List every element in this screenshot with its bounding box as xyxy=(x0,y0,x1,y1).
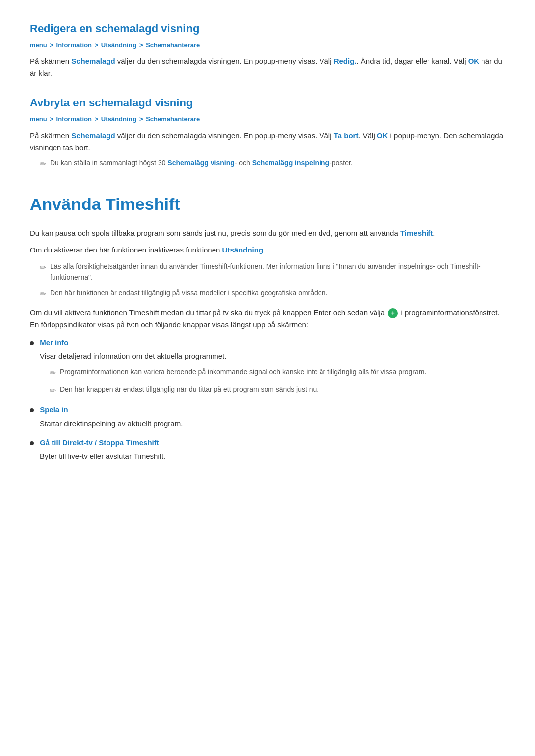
main-title: Använda Timeshift xyxy=(30,191,505,217)
bullet-item-merinfo: Mer info Visar detaljerad information om… xyxy=(30,337,505,397)
schemalagd-link2[interactable]: Schemalagd xyxy=(71,131,115,140)
timeshift-bullet-list: Mer info Visar detaljerad information om… xyxy=(30,337,505,462)
utsandning-link[interactable]: Utsändning xyxy=(222,246,264,254)
bullet-dot2 xyxy=(30,408,34,412)
schemainspelning-link[interactable]: Schemalägg inspelning xyxy=(252,159,329,167)
pencil-icon4: ✏ xyxy=(50,367,56,380)
pencil-icon5: ✏ xyxy=(50,384,56,397)
timeshift-link1[interactable]: Timeshift xyxy=(400,229,433,237)
bullet-title-merinfo: Mer info xyxy=(40,338,68,347)
bullet-desc-direkttv: Byter till live-tv eller avslutar Timesh… xyxy=(40,451,505,462)
info-button-icon: + xyxy=(388,308,398,318)
sep5: > xyxy=(95,115,100,123)
breadcrumb-menu[interactable]: menu xyxy=(30,41,47,49)
pencil-icon2: ✏ xyxy=(40,261,46,274)
bullet-title-direkttv: Gå till Direkt-tv / Stoppa Timeshift xyxy=(40,438,159,447)
section-avbryta: Avbryta en schemalagd visning menu > Inf… xyxy=(30,94,505,171)
timeshift-note2: ✏ Den här funktionen är endast tillgängl… xyxy=(40,287,505,301)
breadcrumb-schemahanterare1[interactable]: Schemahanterare xyxy=(146,41,200,49)
bullet-title-spelain: Spela in xyxy=(40,405,68,414)
bullet-desc-merinfo: Visar detaljerad information om det aktu… xyxy=(40,351,505,362)
schemavisning-link[interactable]: Schemalägg visning xyxy=(167,159,234,167)
breadcrumb-utsandning2[interactable]: Utsändning xyxy=(101,115,137,123)
sep6: > xyxy=(139,115,145,123)
sep2: > xyxy=(95,41,100,49)
tabort-link[interactable]: Ta bort xyxy=(334,131,359,140)
schemalagd-link1[interactable]: Schemalagd xyxy=(71,57,115,65)
breadcrumb-information1[interactable]: Information xyxy=(56,41,92,49)
ok-link2[interactable]: OK xyxy=(377,131,388,140)
section2-breadcrumb: menu > Information > Utsändning > Schema… xyxy=(30,114,505,125)
sep1: > xyxy=(50,41,55,49)
section1-title: Redigera en schemalagd visning xyxy=(30,20,505,37)
section2-title: Avbryta en schemalagd visning xyxy=(30,94,505,111)
breadcrumb-information2[interactable]: Information xyxy=(56,115,92,123)
ok-link1[interactable]: OK xyxy=(468,57,480,65)
intro2-paragraph: Om du aktiverar den här funktionen inakt… xyxy=(30,244,505,256)
section1-body: På skärmen Schemalagd väljer du den sche… xyxy=(30,55,505,79)
pencil-icon3: ✏ xyxy=(40,288,46,301)
intro1-paragraph: Du kan pausa och spola tillbaka program … xyxy=(30,227,505,239)
bullet-dot3 xyxy=(30,441,34,445)
section2-body: På skärmen Schemalagd väljer du den sche… xyxy=(30,130,505,153)
bullet-subnotes-merinfo: ✏ Programinformationen kan variera beroe… xyxy=(40,366,505,397)
pencil-icon1: ✏ xyxy=(40,158,46,171)
bullet-item-spelain: Spela in Startar direktinspelning av akt… xyxy=(30,404,505,430)
section2-note: ✏ Du kan ställa in sammanlagt högst 30 S… xyxy=(40,157,505,171)
section-redigera: Redigera en schemalagd visning menu > In… xyxy=(30,20,505,79)
enter-paragraph: Om du vill aktivera funktionen Timeshift… xyxy=(30,307,505,331)
sep3: > xyxy=(139,41,145,49)
merinfo-note1: ✏ Programinformationen kan variera beroe… xyxy=(50,366,505,380)
section1-breadcrumb: menu > Information > Utsändning > Schema… xyxy=(30,40,505,50)
breadcrumb-utsandning1[interactable]: Utsändning xyxy=(101,41,137,49)
section-timeshift: Använda Timeshift Du kan pausa och spola… xyxy=(30,191,505,462)
breadcrumb-menu2[interactable]: menu xyxy=(30,115,47,123)
redig-link[interactable]: Redig. xyxy=(334,57,357,65)
breadcrumb-schemahanterare2[interactable]: Schemahanterare xyxy=(146,115,200,123)
timeshift-note1: ✏ Läs alla försiktighetsåtgärder innan d… xyxy=(40,261,505,283)
bullet-desc-spelain: Startar direktinspelning av aktuellt pro… xyxy=(40,418,505,430)
sep4: > xyxy=(50,115,55,123)
bullet-item-direkttv: Gå till Direkt-tv / Stoppa Timeshift Byt… xyxy=(30,437,505,462)
merinfo-note2: ✏ Den här knappen är endast tillgänglig … xyxy=(50,384,505,397)
bullet-dot1 xyxy=(30,341,34,345)
